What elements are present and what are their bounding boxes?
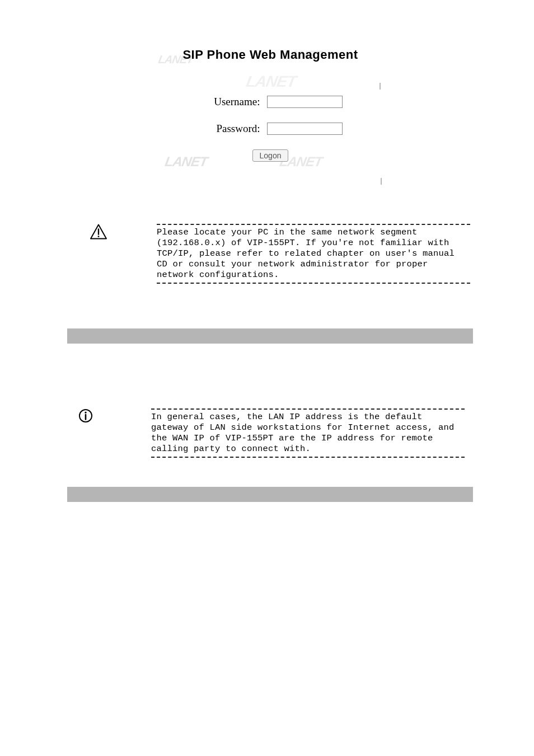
info-icon [78,408,100,423]
warning-callout: Please locate your PC in the same networ… [90,224,470,284]
password-row: Password: [158,123,382,135]
decorative-mark [381,178,382,185]
divider [151,408,465,410]
warning-icon [90,224,111,240]
password-label: Password: [199,123,260,135]
username-row: Username: [158,96,382,108]
divider [157,283,470,284]
warning-body: Please locate your PC in the same networ… [157,224,470,284]
divider [151,457,465,458]
section-bar [67,487,473,502]
svg-point-1 [98,236,100,237]
info-callout: In general cases, the LAN IP address is … [78,408,465,458]
divider [157,224,470,225]
logon-row: Logon [158,149,382,162]
username-input[interactable] [267,96,343,108]
login-panel: SIP Phone Web Management Username: Passw… [158,48,382,162]
password-input[interactable] [267,123,343,135]
page-title: SIP Phone Web Management [158,48,382,62]
logon-button[interactable]: Logon [252,149,289,162]
info-text: In general cases, the LAN IP address is … [151,412,465,454]
section-bar [67,328,473,344]
username-label: Username: [199,96,260,108]
svg-point-3 [85,412,86,414]
warning-text: Please locate your PC in the same networ… [157,227,470,280]
info-body: In general cases, the LAN IP address is … [151,408,465,458]
